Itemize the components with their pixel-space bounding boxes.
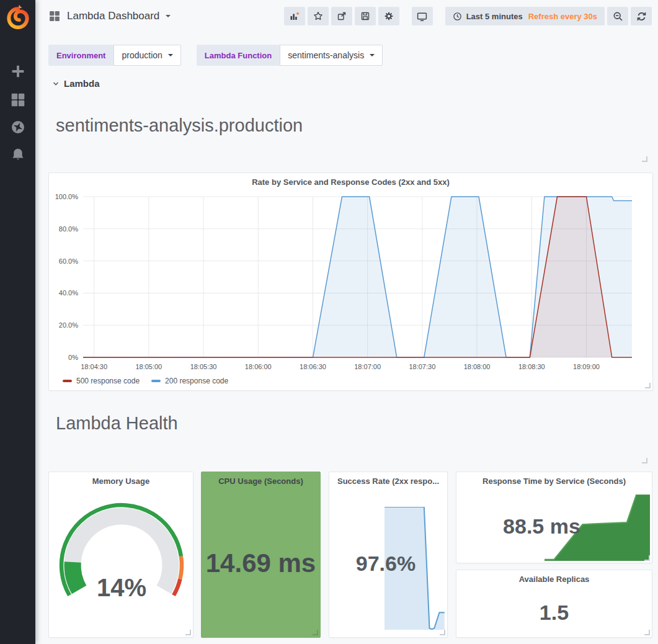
star-icon bbox=[313, 11, 323, 21]
filter-lambda-function-value[interactable]: sentiments-analysis bbox=[280, 45, 383, 66]
gear-icon bbox=[384, 11, 394, 21]
x-axis-tick: 18:08:00 bbox=[464, 363, 491, 370]
y-axis-tick: 80.0% bbox=[59, 225, 78, 233]
filter-lambda-function-label: Lambda Function bbox=[197, 45, 280, 66]
function-name-text-panel: sentiments-analysis.production bbox=[56, 115, 303, 136]
legend-swatch bbox=[63, 380, 72, 382]
filter-environment-label: Environment bbox=[48, 45, 113, 66]
refresh-icon bbox=[636, 11, 647, 22]
filter-environment: Environment production bbox=[48, 45, 181, 66]
alerting-bell-icon bbox=[10, 146, 26, 163]
x-axis-tick: 18:06:30 bbox=[300, 363, 326, 370]
panel-title[interactable]: Success Rate (2xx respo... bbox=[329, 472, 447, 490]
filter-environment-value[interactable]: production bbox=[113, 45, 180, 66]
x-axis-tick: 18:07:00 bbox=[354, 363, 381, 370]
gauge-value: 14% bbox=[97, 574, 146, 601]
tv-mode-button[interactable] bbox=[412, 7, 433, 25]
resize-handle-icon[interactable] bbox=[645, 383, 651, 388]
available-replicas-value: 1.5 bbox=[456, 588, 652, 637]
panel-success-rate: Success Rate (2xx respo... 97.6% bbox=[329, 472, 448, 638]
panel-title[interactable]: Memory Usage bbox=[49, 472, 193, 490]
settings-button[interactable] bbox=[378, 7, 399, 25]
share-button[interactable] bbox=[331, 7, 352, 25]
panel-memory-usage: Memory Usage 14% bbox=[48, 472, 193, 638]
add-panel-button[interactable] bbox=[284, 7, 305, 25]
panel-title[interactable]: CPU Usage (Seconds) bbox=[202, 472, 320, 490]
refresh-button[interactable] bbox=[631, 7, 652, 25]
alerting-button[interactable] bbox=[0, 146, 35, 163]
legend-label: 200 response code bbox=[165, 377, 228, 385]
star-button[interactable] bbox=[308, 7, 329, 25]
grafana-app: Lambda Dashboard bbox=[0, 0, 658, 644]
grafana-flame-icon bbox=[4, 4, 32, 31]
grafana-logo[interactable] bbox=[4, 4, 32, 31]
chevron-down-icon bbox=[370, 54, 375, 56]
time-range-label: Last 5 minutes bbox=[466, 12, 523, 21]
memory-gauge: 14% bbox=[50, 492, 193, 636]
chevron-down-icon bbox=[52, 80, 60, 87]
success-rate-value: 97.6% bbox=[329, 490, 447, 637]
x-axis-tick: 18:05:30 bbox=[190, 363, 217, 370]
row-lambda-title: Lambda bbox=[64, 78, 100, 89]
sidebar bbox=[0, 0, 35, 644]
legend-label: 500 response code bbox=[76, 377, 140, 385]
rate-chart-plot[interactable]: 0%20.0%40.0%60.0%80.0%100.0%18:04:3018:0… bbox=[49, 190, 652, 374]
legend-item[interactable]: 200 response code bbox=[151, 377, 228, 385]
x-axis-tick: 18:06:00 bbox=[245, 363, 272, 370]
chevron-down-icon bbox=[166, 15, 171, 17]
panel-cpu-usage: CPU Usage (Seconds) 14.69 ms bbox=[201, 472, 321, 638]
y-axis-tick: 20.0% bbox=[59, 321, 78, 329]
legend-item[interactable]: 500 response code bbox=[63, 377, 140, 385]
chart-legend: 500 response code200 response code bbox=[63, 377, 228, 385]
dashboards-button[interactable] bbox=[0, 92, 35, 108]
plus-icon bbox=[9, 63, 27, 80]
y-axis-tick: 100.0% bbox=[55, 193, 79, 200]
save-button[interactable] bbox=[355, 7, 376, 25]
cpu-usage-value: 14.69 ms bbox=[202, 490, 320, 637]
create-button[interactable] bbox=[0, 63, 35, 80]
filter-environment-selected: production bbox=[122, 50, 162, 60]
template-variables-row: Environment production Lambda Function s… bbox=[48, 45, 398, 66]
x-axis-tick: 18:08:30 bbox=[518, 363, 545, 370]
y-axis-tick: 40.0% bbox=[59, 289, 78, 297]
response-time-value: 88.5 ms bbox=[456, 490, 652, 563]
dashboard-grid-icon bbox=[48, 10, 61, 22]
dashboard-title[interactable]: Lambda Dashboard bbox=[67, 10, 159, 22]
dashboard-main: Lambda Dashboard bbox=[35, 0, 658, 644]
panel-title[interactable]: Available Replicas bbox=[456, 570, 652, 588]
x-axis-tick: 18:09:00 bbox=[573, 363, 600, 370]
dashboard-header: Lambda Dashboard bbox=[35, 0, 658, 32]
zoom-out-button[interactable] bbox=[607, 7, 628, 25]
zoom-out-icon bbox=[613, 11, 623, 22]
x-axis-tick: 18:07:30 bbox=[409, 363, 435, 370]
panel-rate-by-service: Rate by Service and Response Codes (2xx … bbox=[48, 172, 653, 391]
legend-swatch bbox=[151, 380, 161, 382]
explore-button[interactable] bbox=[0, 119, 35, 135]
resize-handle-icon[interactable] bbox=[642, 458, 647, 463]
resize-handle-icon[interactable] bbox=[642, 156, 647, 162]
resize-handle-icon[interactable] bbox=[185, 630, 191, 635]
filter-lambda-function-selected: sentiments-analysis bbox=[288, 50, 364, 60]
y-axis-tick: 60.0% bbox=[59, 257, 78, 265]
clock-icon bbox=[453, 12, 462, 21]
timeseries-svg: 0%20.0%40.0%60.0%80.0%100.0%18:04:3018:0… bbox=[49, 190, 652, 372]
health-heading-text-panel: Lambda Health bbox=[56, 413, 178, 434]
panel-response-time: Response Time by Service (Seconds) 88.5 … bbox=[456, 472, 652, 563]
time-range-button[interactable]: Last 5 minutes Refresh every 30s bbox=[445, 7, 605, 25]
y-axis-tick: 0% bbox=[68, 354, 78, 361]
dashboards-grid-icon bbox=[10, 92, 26, 108]
x-axis-tick: 18:05:00 bbox=[135, 363, 162, 370]
save-icon bbox=[360, 11, 370, 21]
monitor-icon bbox=[417, 11, 427, 22]
panel-title[interactable]: Rate by Service and Response Codes (2xx … bbox=[49, 173, 652, 190]
gauge-svg: 14% bbox=[50, 492, 193, 633]
panel-available-replicas: Available Replicas 1.5 bbox=[456, 570, 652, 638]
panel-title[interactable]: Response Time by Service (Seconds) bbox=[456, 472, 652, 490]
x-axis-tick: 18:04:30 bbox=[81, 363, 107, 370]
explore-compass-icon bbox=[10, 119, 26, 135]
filter-lambda-function: Lambda Function sentiments-analysis bbox=[197, 45, 383, 66]
share-icon bbox=[337, 11, 347, 21]
row-lambda-toggle[interactable]: Lambda bbox=[52, 78, 100, 89]
refresh-interval-label: Refresh every 30s bbox=[528, 12, 597, 21]
add-panel-icon bbox=[289, 11, 300, 22]
